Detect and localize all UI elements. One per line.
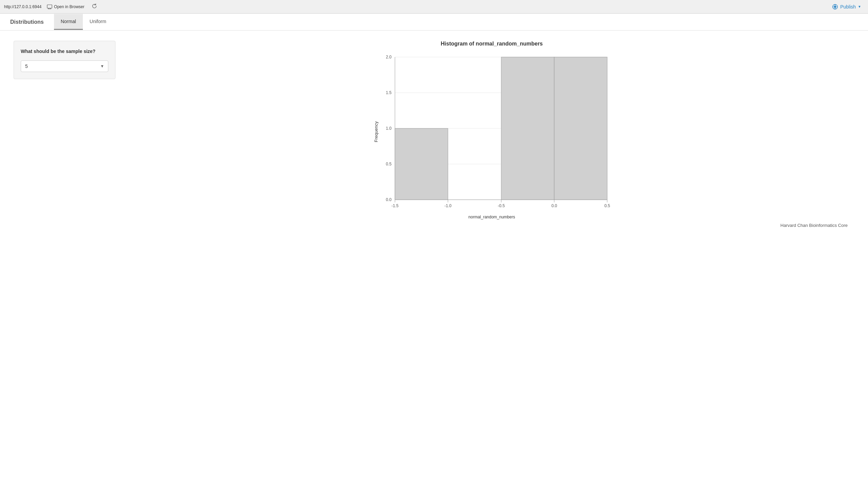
x-tick-0: 0.0 <box>551 203 557 208</box>
y-tick-15: 1.5 <box>386 90 392 95</box>
y-tick-2: 2.0 <box>386 55 392 59</box>
svg-rect-0 <box>47 5 52 8</box>
chart-area: Histogram of normal_random_numbers Frequ… <box>129 41 854 228</box>
publish-chevron-icon: ▼ <box>858 5 861 8</box>
sample-size-label: What should be the sample size? <box>21 48 108 55</box>
histogram-svg: Frequency 0.0 0.5 1.0 1.5 2.0 -1.5 -1.0 <box>373 50 611 213</box>
url-display: http://127.0.0.1:6944 <box>4 4 41 9</box>
tab-normal[interactable]: Normal <box>54 14 83 30</box>
y-tick-1: 1.0 <box>386 126 392 131</box>
sample-size-select[interactable]: 5 10 20 50 100 <box>21 60 108 72</box>
sample-size-select-wrapper: 5 10 20 50 100 ▼ <box>21 60 108 72</box>
x-tick-neg05: -0.5 <box>498 203 505 208</box>
footer-credit: Harvard Chan Bioinformatics Core <box>129 223 854 228</box>
main-content: What should be the sample size? 5 10 20 … <box>0 31 868 238</box>
monitor-icon <box>47 4 52 10</box>
publish-button[interactable]: Publish ▼ <box>829 3 864 11</box>
app-title: Distributions <box>7 15 47 29</box>
browser-bar: http://127.0.0.1:6944 Open in Browser Pu… <box>0 0 868 14</box>
x-axis-label: normal_random_numbers <box>468 215 515 219</box>
y-tick-0: 0.0 <box>386 197 392 202</box>
x-tick-05: 0.5 <box>604 203 610 208</box>
chart-title: Histogram of normal_random_numbers <box>441 41 543 47</box>
histogram-container: Frequency 0.0 0.5 1.0 1.5 2.0 -1.5 -1.0 <box>373 50 611 213</box>
refresh-button[interactable] <box>90 3 99 11</box>
bar-2 <box>501 57 554 200</box>
y-axis-label: Frequency <box>374 121 379 142</box>
x-tick-neg10: -1.0 <box>445 203 452 208</box>
sidebar-panel: What should be the sample size? 5 10 20 … <box>14 41 115 79</box>
bar-1 <box>395 128 448 200</box>
tab-bar: Distributions Normal Uniform <box>0 14 868 31</box>
tab-uniform[interactable]: Uniform <box>83 14 113 30</box>
y-tick-05: 0.5 <box>386 162 392 166</box>
refresh-icon <box>92 3 97 9</box>
bar-3 <box>554 57 607 200</box>
x-tick-neg15: -1.5 <box>392 203 399 208</box>
publish-icon <box>832 4 838 10</box>
open-in-browser-button[interactable]: Open in Browser <box>45 3 86 10</box>
